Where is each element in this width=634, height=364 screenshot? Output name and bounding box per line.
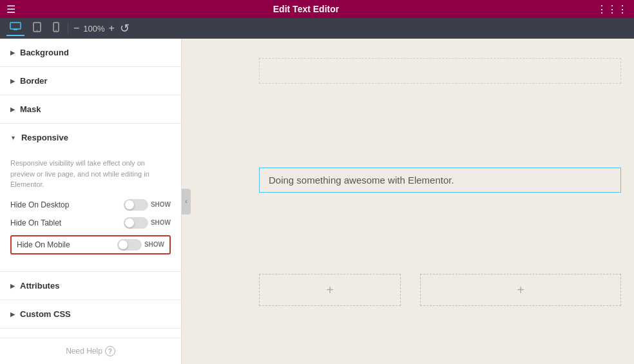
- toggle-mobile-label: Hide On Mobile: [17, 240, 70, 249]
- device-tablet-button[interactable]: [30, 21, 44, 36]
- section-responsive-label: Responsive: [21, 133, 68, 142]
- grid-icon[interactable]: ⋮⋮⋮: [597, 3, 628, 15]
- help-icon: ?: [105, 346, 115, 356]
- sidebar-collapse-handle[interactable]: ‹: [182, 189, 191, 215]
- add-widget-zone-left[interactable]: +: [259, 274, 401, 306]
- zoom-minus-button[interactable]: −: [73, 23, 79, 34]
- section-border-header[interactable]: Border: [0, 67, 181, 95]
- main-layout: Background Border Mask Responsive Res: [0, 39, 634, 364]
- section-mask: Mask: [0, 95, 181, 124]
- toolbar: − 100% + ↺: [0, 18, 634, 39]
- section-responsive-header[interactable]: Responsive: [0, 124, 181, 151]
- toggle-tablet-thumb: [125, 218, 134, 227]
- toggle-tablet[interactable]: SHOW: [124, 217, 171, 229]
- section-custom-css-header[interactable]: Custom CSS: [0, 300, 181, 328]
- menu-icon[interactable]: ☰: [6, 3, 15, 15]
- arrow-background-icon: [10, 49, 15, 56]
- toggle-desktop-thumb: [125, 200, 134, 209]
- svg-point-6: [55, 30, 57, 31]
- section-attributes-label: Attributes: [20, 281, 59, 291]
- toggle-mobile[interactable]: SHOW: [117, 239, 164, 251]
- canvas-top-dashed-widget: [259, 58, 621, 84]
- arrow-attributes-icon: [10, 282, 15, 289]
- svg-point-4: [37, 30, 38, 31]
- device-mobile-button[interactable]: [50, 21, 62, 36]
- add-widget-zone-right[interactable]: +: [420, 274, 621, 306]
- topbar-title: Edit Text Editor: [273, 4, 339, 14]
- sidebar: Background Border Mask Responsive Res: [0, 39, 182, 364]
- add-icon-right: +: [517, 283, 524, 298]
- zoom-plus-button[interactable]: +: [109, 23, 115, 34]
- toggle-desktop-track[interactable]: [124, 199, 148, 211]
- toggle-desktop-label: Hide On Desktop: [10, 200, 69, 209]
- section-attributes-header[interactable]: Attributes: [0, 272, 181, 300]
- section-mask-label: Mask: [20, 104, 41, 114]
- device-desktop-button[interactable]: [6, 21, 24, 36]
- toggle-tablet-value: SHOW: [151, 219, 171, 226]
- canvas-text-content: Doing something awesome with Elementor.: [269, 175, 454, 186]
- responsive-body: Responsive visibility will take effect o…: [0, 151, 181, 271]
- arrow-mask-icon: [10, 106, 15, 113]
- toggle-desktop-value: SHOW: [151, 201, 171, 208]
- arrow-border-icon: [10, 77, 15, 84]
- section-border-label: Border: [20, 76, 48, 86]
- canvas-text-widget[interactable]: Doing something awesome with Elementor.: [259, 168, 621, 193]
- section-mask-header[interactable]: Mask: [0, 95, 181, 123]
- responsive-note: Responsive visibility will take effect o…: [10, 158, 171, 190]
- section-custom-css: Custom CSS: [0, 300, 181, 329]
- need-help-label: Need Help: [66, 347, 102, 356]
- toggle-tablet-track[interactable]: [124, 217, 148, 229]
- need-help-button[interactable]: Need Help ?: [10, 346, 171, 356]
- topbar: ☰ Edit Text Editor ⋮⋮⋮: [0, 0, 634, 18]
- undo-button[interactable]: ↺: [120, 21, 130, 35]
- toggle-mobile-thumb: [119, 240, 128, 249]
- toggle-desktop[interactable]: SHOW: [124, 199, 171, 211]
- svg-rect-0: [10, 23, 21, 29]
- toggle-row-mobile: Hide On Mobile SHOW: [10, 235, 171, 254]
- toggle-tablet-label: Hide On Tablet: [10, 218, 61, 227]
- zoom-level: 100%: [83, 24, 104, 34]
- sidebar-bottom: Need Help ?: [0, 338, 181, 364]
- toggle-mobile-track[interactable]: [117, 239, 142, 251]
- section-responsive: Responsive Responsive visibility will ta…: [0, 124, 181, 272]
- section-background-label: Background: [20, 48, 69, 57]
- toggle-mobile-value: SHOW: [144, 241, 164, 248]
- section-attributes: Attributes: [0, 272, 181, 300]
- arrow-custom-css-icon: [10, 311, 15, 318]
- zoom-controls: − 100% +: [73, 23, 115, 34]
- toolbar-divider: [68, 23, 68, 34]
- add-icon-left: +: [326, 283, 334, 298]
- section-background-header[interactable]: Background: [0, 39, 181, 66]
- toggle-row-desktop: Hide On Desktop SHOW: [10, 199, 171, 211]
- section-background: Background: [0, 39, 181, 67]
- canvas: ‹ Doing something awesome with Elementor…: [182, 39, 634, 364]
- section-border: Border: [0, 67, 181, 95]
- arrow-responsive-icon: [10, 134, 16, 141]
- section-custom-css-label: Custom CSS: [20, 309, 71, 319]
- toggle-row-tablet: Hide On Tablet SHOW: [10, 217, 171, 229]
